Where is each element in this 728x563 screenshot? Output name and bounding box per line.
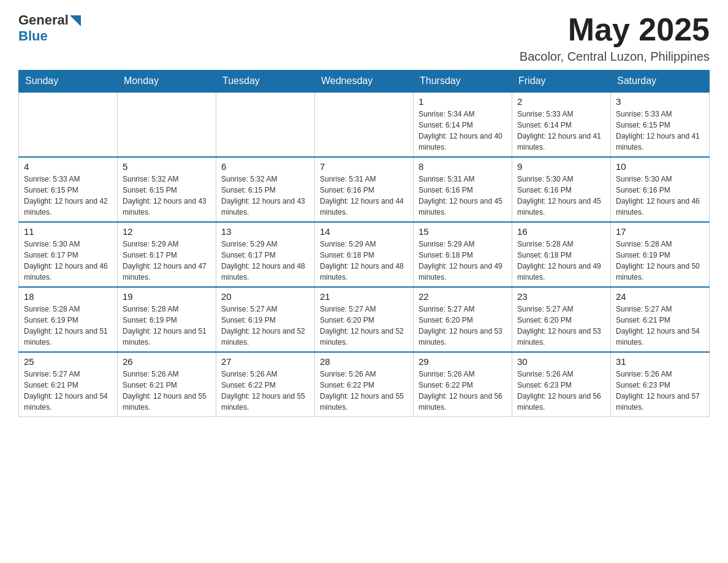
calendar-cell-w4-d5: 22Sunrise: 5:27 AMSunset: 6:20 PMDayligh… [414, 287, 512, 352]
calendar-cell-w2-d3: 6Sunrise: 5:32 AMSunset: 6:15 PMDaylight… [216, 157, 315, 222]
logo: General Blue [18, 12, 81, 44]
day-info: Sunrise: 5:27 AMSunset: 6:19 PMDaylight:… [221, 304, 309, 348]
calendar-cell-w1-d1 [19, 92, 118, 157]
day-info: Sunrise: 5:28 AMSunset: 6:19 PMDaylight:… [24, 304, 112, 348]
day-info: Sunrise: 5:30 AMSunset: 6:17 PMDaylight:… [24, 239, 112, 283]
day-number: 16 [517, 226, 605, 237]
day-info: Sunrise: 5:26 AMSunset: 6:22 PMDaylight:… [221, 369, 309, 413]
calendar-cell-w2-d6: 9Sunrise: 5:30 AMSunset: 6:16 PMDaylight… [512, 157, 611, 222]
calendar-cell-w2-d7: 10Sunrise: 5:30 AMSunset: 6:16 PMDayligh… [611, 157, 710, 222]
day-number: 17 [616, 226, 704, 237]
calendar-cell-w1-d5: 1Sunrise: 5:34 AMSunset: 6:14 PMDaylight… [414, 92, 512, 157]
calendar-cell-w3-d6: 16Sunrise: 5:28 AMSunset: 6:18 PMDayligh… [512, 222, 611, 287]
day-number: 4 [24, 161, 112, 172]
day-number: 29 [419, 356, 507, 367]
day-info: Sunrise: 5:29 AMSunset: 6:17 PMDaylight:… [221, 239, 309, 283]
day-info: Sunrise: 5:34 AMSunset: 6:14 PMDaylight:… [419, 109, 507, 153]
calendar-cell-w3-d3: 13Sunrise: 5:29 AMSunset: 6:17 PMDayligh… [216, 222, 315, 287]
day-info: Sunrise: 5:26 AMSunset: 6:21 PMDaylight:… [123, 369, 211, 413]
day-number: 7 [320, 161, 408, 172]
day-info: Sunrise: 5:28 AMSunset: 6:19 PMDaylight:… [123, 304, 211, 348]
calendar-cell-w4-d1: 18Sunrise: 5:28 AMSunset: 6:19 PMDayligh… [19, 287, 118, 352]
day-info: Sunrise: 5:27 AMSunset: 6:20 PMDaylight:… [320, 304, 408, 348]
header-tuesday: Tuesday [216, 71, 315, 93]
header-thursday: Thursday [414, 71, 512, 93]
day-info: Sunrise: 5:27 AMSunset: 6:20 PMDaylight:… [517, 304, 605, 348]
calendar-cell-w4-d7: 24Sunrise: 5:27 AMSunset: 6:21 PMDayligh… [611, 287, 710, 352]
day-number: 13 [221, 226, 309, 237]
svg-marker-0 [70, 15, 81, 26]
calendar-cell-w3-d7: 17Sunrise: 5:28 AMSunset: 6:19 PMDayligh… [611, 222, 710, 287]
day-number: 25 [24, 356, 112, 367]
day-number: 1 [419, 96, 507, 107]
calendar-cell-w3-d4: 14Sunrise: 5:29 AMSunset: 6:18 PMDayligh… [315, 222, 414, 287]
day-info: Sunrise: 5:29 AMSunset: 6:18 PMDaylight:… [419, 239, 507, 283]
day-info: Sunrise: 5:29 AMSunset: 6:18 PMDaylight:… [320, 239, 408, 283]
week-row-2: 4Sunrise: 5:33 AMSunset: 6:15 PMDaylight… [19, 157, 710, 222]
calendar-table: Sunday Monday Tuesday Wednesday Thursday… [18, 70, 710, 417]
day-info: Sunrise: 5:26 AMSunset: 6:23 PMDaylight:… [517, 369, 605, 413]
day-number: 6 [221, 161, 309, 172]
day-info: Sunrise: 5:30 AMSunset: 6:16 PMDaylight:… [616, 174, 704, 218]
calendar-cell-w3-d2: 12Sunrise: 5:29 AMSunset: 6:17 PMDayligh… [118, 222, 216, 287]
day-info: Sunrise: 5:26 AMSunset: 6:23 PMDaylight:… [616, 369, 704, 413]
calendar-cell-w4-d4: 21Sunrise: 5:27 AMSunset: 6:20 PMDayligh… [315, 287, 414, 352]
day-info: Sunrise: 5:33 AMSunset: 6:15 PMDaylight:… [616, 109, 704, 153]
day-info: Sunrise: 5:31 AMSunset: 6:16 PMDaylight:… [320, 174, 408, 218]
calendar-cell-w2-d4: 7Sunrise: 5:31 AMSunset: 6:16 PMDaylight… [315, 157, 414, 222]
calendar-cell-w1-d6: 2Sunrise: 5:33 AMSunset: 6:14 PMDaylight… [512, 92, 611, 157]
calendar-cell-w4-d6: 23Sunrise: 5:27 AMSunset: 6:20 PMDayligh… [512, 287, 611, 352]
day-info: Sunrise: 5:29 AMSunset: 6:17 PMDaylight:… [123, 239, 211, 283]
calendar-cell-w2-d2: 5Sunrise: 5:32 AMSunset: 6:15 PMDaylight… [118, 157, 216, 222]
header-friday: Friday [512, 71, 611, 93]
calendar-cell-w3-d5: 15Sunrise: 5:29 AMSunset: 6:18 PMDayligh… [414, 222, 512, 287]
day-number: 27 [221, 356, 309, 367]
calendar-cell-w3-d1: 11Sunrise: 5:30 AMSunset: 6:17 PMDayligh… [19, 222, 118, 287]
week-row-5: 25Sunrise: 5:27 AMSunset: 6:21 PMDayligh… [19, 352, 710, 417]
calendar-cell-w5-d1: 25Sunrise: 5:27 AMSunset: 6:21 PMDayligh… [19, 352, 118, 417]
day-number: 22 [419, 291, 507, 302]
day-info: Sunrise: 5:31 AMSunset: 6:16 PMDaylight:… [419, 174, 507, 218]
day-number: 20 [221, 291, 309, 302]
header-monday: Monday [118, 71, 216, 93]
day-info: Sunrise: 5:27 AMSunset: 6:21 PMDaylight:… [24, 369, 112, 413]
page-header: General Blue May 2025 Bacolor, Central L… [18, 12, 710, 64]
day-info: Sunrise: 5:32 AMSunset: 6:15 PMDaylight:… [123, 174, 211, 218]
day-info: Sunrise: 5:33 AMSunset: 6:14 PMDaylight:… [517, 109, 605, 153]
calendar-cell-w5-d3: 27Sunrise: 5:26 AMSunset: 6:22 PMDayligh… [216, 352, 315, 417]
day-info: Sunrise: 5:32 AMSunset: 6:15 PMDaylight:… [221, 174, 309, 218]
day-number: 30 [517, 356, 605, 367]
calendar-cell-w2-d5: 8Sunrise: 5:31 AMSunset: 6:16 PMDaylight… [414, 157, 512, 222]
month-year-title: May 2025 [520, 12, 710, 47]
calendar-cell-w5-d4: 28Sunrise: 5:26 AMSunset: 6:22 PMDayligh… [315, 352, 414, 417]
title-section: May 2025 Bacolor, Central Luzon, Philipp… [520, 12, 710, 64]
calendar-cell-w5-d2: 26Sunrise: 5:26 AMSunset: 6:21 PMDayligh… [118, 352, 216, 417]
day-number: 28 [320, 356, 408, 367]
day-number: 10 [616, 161, 704, 172]
logo-triangle-icon [70, 15, 81, 26]
calendar-header-row: Sunday Monday Tuesday Wednesday Thursday… [19, 71, 710, 93]
day-number: 12 [123, 226, 211, 237]
header-wednesday: Wednesday [315, 71, 414, 93]
day-number: 19 [123, 291, 211, 302]
calendar-cell-w4-d3: 20Sunrise: 5:27 AMSunset: 6:19 PMDayligh… [216, 287, 315, 352]
header-saturday: Saturday [611, 71, 710, 93]
week-row-3: 11Sunrise: 5:30 AMSunset: 6:17 PMDayligh… [19, 222, 710, 287]
day-number: 15 [419, 226, 507, 237]
calendar-cell-w1-d2 [118, 92, 216, 157]
logo-blue: Blue [18, 28, 48, 44]
header-sunday: Sunday [19, 71, 118, 93]
day-number: 18 [24, 291, 112, 302]
calendar-cell-w5-d6: 30Sunrise: 5:26 AMSunset: 6:23 PMDayligh… [512, 352, 611, 417]
day-number: 14 [320, 226, 408, 237]
day-number: 8 [419, 161, 507, 172]
day-number: 26 [123, 356, 211, 367]
calendar-cell-w1-d3 [216, 92, 315, 157]
day-info: Sunrise: 5:30 AMSunset: 6:16 PMDaylight:… [517, 174, 605, 218]
calendar-cell-w1-d7: 3Sunrise: 5:33 AMSunset: 6:15 PMDaylight… [611, 92, 710, 157]
week-row-4: 18Sunrise: 5:28 AMSunset: 6:19 PMDayligh… [19, 287, 710, 352]
day-number: 2 [517, 96, 605, 107]
calendar-cell-w1-d4 [315, 92, 414, 157]
day-number: 31 [616, 356, 704, 367]
day-number: 3 [616, 96, 704, 107]
